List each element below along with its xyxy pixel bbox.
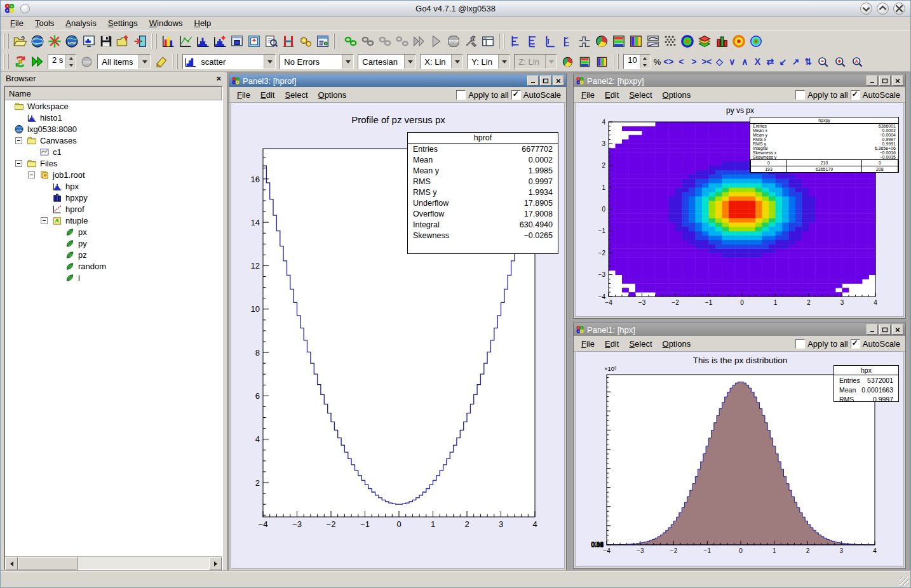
tree-item-hpxpy[interactable]: hpxpy [5, 192, 222, 203]
panel-maximize-button[interactable] [879, 324, 891, 335]
apply-to-all-checkbox[interactable] [795, 339, 805, 349]
dropdown-arrow-icon[interactable] [498, 55, 509, 69]
panel3-menu-file[interactable]: File [232, 89, 255, 101]
statistics-circle-icon[interactable] [560, 54, 576, 70]
panel-minimize-button[interactable] [867, 76, 878, 86]
toolbar-handle[interactable] [334, 34, 339, 49]
menu-settings[interactable]: Settings [102, 17, 144, 29]
zoom-plus-icon[interactable] [832, 54, 848, 70]
tree-item-canvases[interactable]: Canvases [5, 135, 222, 146]
panel1-window[interactable]: Panel1: [hpx]FileEditSelectOptionsApply … [573, 323, 906, 569]
spin-up-icon[interactable] [640, 55, 650, 62]
panel3-menu-select[interactable]: Select [280, 89, 313, 101]
submit-icon[interactable] [411, 34, 427, 50]
chain-disconnected-icon[interactable] [360, 34, 375, 50]
panel3-menu-edit[interactable]: Edit [255, 89, 280, 101]
jump-icon[interactable]: ⇅ [802, 57, 814, 67]
dropdown-arrow-icon[interactable] [404, 55, 415, 69]
autoscale-checkbox[interactable] [851, 339, 860, 349]
panel2-titlebar[interactable]: Panel2: [hpxpy] [574, 74, 905, 87]
panel3-menu-options[interactable]: Options [313, 89, 352, 101]
name-column-header[interactable]: Name [5, 87, 222, 100]
errorbar-style2-icon[interactable] [525, 34, 541, 50]
palette2-icon[interactable] [628, 34, 644, 50]
tree-item-job1-root[interactable]: job1.root [5, 169, 222, 180]
stack-icon[interactable] [696, 34, 712, 50]
scroll-left-icon[interactable]: < [675, 57, 687, 67]
expand-x-icon[interactable]: <> [662, 57, 675, 67]
scroll-left-arrow[interactable] [5, 557, 18, 570]
toolbar-handle[interactable] [151, 34, 157, 49]
dropdown-arrow-icon[interactable] [342, 55, 353, 69]
apply-to-all-checkbox[interactable] [795, 90, 805, 100]
chain-connected-icon[interactable] [342, 34, 358, 50]
autoscale-checkbox[interactable] [851, 90, 860, 100]
chain-broken-icon[interactable] [394, 34, 410, 50]
scroll-right-arrow[interactable] [209, 557, 222, 570]
scroll-right-icon[interactable]: > [687, 57, 700, 67]
eraser-icon[interactable] [153, 54, 169, 70]
tree-item-lxg0538-8080[interactable]: HTPlxg0538:8080 [5, 123, 222, 135]
spin-down-icon[interactable] [640, 62, 650, 69]
autoscale-checkbox[interactable] [511, 90, 521, 100]
shrink-y-icon[interactable]: X [751, 57, 764, 67]
tree-item-hprof[interactable]: hprof [5, 203, 222, 215]
close-file-icon[interactable] [115, 34, 131, 50]
panel-minimize-button[interactable] [867, 324, 878, 335]
panel1-titlebar[interactable]: Panel1: [hpx] [574, 323, 905, 336]
close-button[interactable] [893, 3, 905, 15]
palette-icon[interactable] [611, 34, 626, 50]
new-histogram-icon[interactable] [212, 34, 227, 50]
x-scale-combo[interactable]: X: Lin [420, 54, 463, 69]
double-graph-icon[interactable] [645, 34, 661, 50]
panel1-menu-file[interactable]: File [576, 338, 600, 350]
tree-item-random[interactable]: random [5, 260, 222, 272]
tree-expander-icon[interactable] [15, 160, 22, 167]
toolbar-handle[interactable] [3, 34, 9, 49]
graph-icon[interactable] [177, 34, 193, 50]
monitor-interval-spinbox[interactable]: 2 s [48, 54, 76, 69]
ring-orange-icon[interactable] [731, 34, 746, 50]
maximize-button[interactable] [877, 3, 889, 15]
stop-small-icon[interactable]: STOP [79, 54, 95, 70]
dropdown-arrow-icon[interactable] [451, 55, 462, 69]
panel3-window[interactable]: Panel3: [hprof]FileEditSelectOptionsAppl… [229, 74, 567, 571]
zoom-auto-icon[interactable]: A [849, 54, 865, 70]
zoom-minus-icon[interactable] [815, 54, 831, 70]
swap-xy-icon[interactable]: ⇄ [764, 57, 776, 67]
analysis-terminal-icon[interactable] [480, 34, 496, 50]
stop-icon[interactable]: STOP [445, 34, 461, 50]
tree-expander-icon[interactable] [41, 217, 48, 224]
panel3-titlebar[interactable]: Panel3: [hprof] [229, 74, 566, 87]
exit-icon[interactable] [132, 34, 148, 50]
tree-item-pz[interactable]: pz [5, 249, 222, 260]
panel2-window[interactable]: Panel2: [hpxpy]FileEditSelectOptionsAppl… [573, 74, 906, 319]
errorbar-style3-icon[interactable] [542, 34, 558, 50]
toolbar-handle[interactable] [3, 54, 9, 69]
panel-close-button[interactable] [892, 76, 903, 86]
toolbar-handle[interactable] [172, 54, 178, 69]
histogram-icon[interactable] [194, 34, 210, 50]
window-histogram-icon[interactable] [229, 34, 245, 50]
panel-minimize-button[interactable] [527, 76, 539, 86]
toolbar-handle[interactable] [499, 34, 504, 49]
panel-close-button[interactable] [553, 76, 564, 86]
shrink-x-icon[interactable]: >< [700, 57, 713, 67]
move-right-up-icon[interactable]: ↗ [789, 57, 802, 67]
panel2-canvas[interactable]: py vs px−4−3−2−101234−4−3−2−101234hpxpyE… [575, 102, 904, 317]
apply-to-all-checkbox[interactable] [456, 90, 466, 100]
panel2-menu-edit[interactable]: Edit [600, 89, 624, 101]
palette2-icon[interactable] [594, 54, 610, 70]
remote-star-icon[interactable] [46, 34, 62, 50]
tree-item-c1[interactable]: c1 [5, 146, 222, 157]
view-panel-icon[interactable] [81, 34, 97, 50]
minimize-button[interactable] [860, 3, 872, 15]
tree-item-ntuple[interactable]: ntuple [5, 215, 222, 226]
monitor-filter-combo[interactable]: All items [97, 54, 151, 69]
tree-item-histo1[interactable]: histo1 [5, 112, 222, 123]
open-file-icon[interactable] [12, 34, 28, 50]
errorbar-style4-icon[interactable] [559, 34, 575, 50]
panel2-menu-options[interactable]: Options [658, 89, 696, 101]
http-server-icon[interactable]: HTP [64, 34, 79, 50]
toolbar-handle[interactable] [613, 54, 619, 69]
